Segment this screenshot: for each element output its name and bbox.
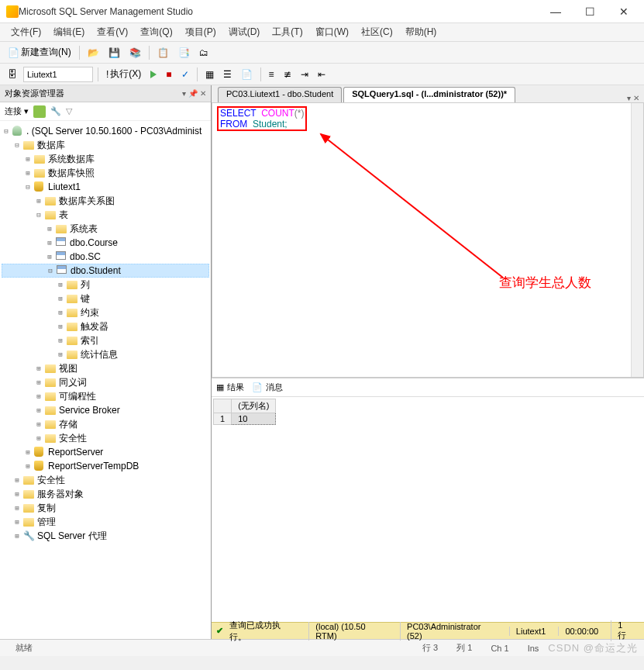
exec-success-text: 查询已成功执行。	[229, 620, 296, 643]
tree-triggers[interactable]: ⊞触发器	[2, 319, 209, 333]
menu-community[interactable]: 社区(C)	[356, 24, 398, 40]
results-file-icon[interactable]: 📄	[238, 67, 256, 81]
minimize-button[interactable]: —	[542, 5, 570, 18]
tree-tables[interactable]: ⊟表	[2, 208, 209, 222]
main-toolbar: 📄 新建查询(N) 📂 💾 📚 📋 📑 🗂	[0, 42, 644, 64]
object-tree[interactable]: ⊟. (SQL Server 10.50.1600 - PC03\Adminis…	[0, 121, 211, 639]
refresh-icon[interactable]	[33, 105, 46, 118]
results-text-icon[interactable]: ☰	[220, 67, 235, 81]
document-tabs: PC03.Liutext1 - dbo.Student SQLQuery1.sq…	[212, 85, 644, 102]
comment-icon[interactable]: ≡	[266, 67, 277, 81]
tree-storage[interactable]: ⊞存储	[2, 417, 209, 431]
maximize-button[interactable]: ☐	[576, 5, 604, 18]
close-button[interactable]: ✕	[610, 5, 638, 18]
menu-file[interactable]: 文件(F)	[6, 24, 46, 40]
tool-icon-3[interactable]: 🗂	[196, 46, 212, 60]
tool-icon-2[interactable]: 📑	[175, 46, 193, 60]
tree-security[interactable]: ⊞安全性	[2, 473, 209, 487]
tree-server[interactable]: ⊟. (SQL Server 10.50.1600 - PC03\Adminis…	[2, 124, 209, 138]
tab-close-icon[interactable]: ▾ ✕	[627, 94, 639, 102]
tree-sc[interactable]: ⊞dbo.SC	[2, 250, 209, 264]
execute-button[interactable]: ! 执行(X)	[103, 66, 144, 82]
messages-tab[interactable]: 📄 消息	[252, 382, 283, 393]
tree-constraints[interactable]: ⊞约束	[2, 306, 209, 319]
svg-line-1	[321, 134, 503, 278]
new-query-button[interactable]: 📄 新建查询(N)	[5, 44, 74, 60]
watermark-text: CSDN @命运之光	[548, 641, 638, 655]
tree-liutext1[interactable]: ⊟Liutext1	[2, 180, 209, 194]
filter-icon[interactable]: 🔧	[50, 106, 61, 116]
bottom-status-bar: 就绪 行 3 列 1 Ch 1 Ins CSDN @命运之光	[0, 639, 644, 656]
tree-columns[interactable]: ⊞列	[2, 278, 209, 292]
tree-server-objects[interactable]: ⊞服务器对象	[2, 487, 209, 501]
outdent-icon[interactable]: ⇤	[315, 67, 329, 81]
window-title: Microsoft SQL Server Management Studio	[19, 6, 542, 17]
filter2-icon[interactable]: ▽	[66, 106, 72, 116]
menu-window[interactable]: 窗口(W)	[311, 24, 353, 40]
tree-keys[interactable]: ⊞键	[2, 292, 209, 306]
save-all-icon[interactable]: 📚	[126, 46, 144, 60]
tab-sqlquery1[interactable]: SQLQuery1.sql - (l...dministrator (52))*	[343, 87, 515, 102]
tree-synonyms[interactable]: ⊞同义词	[2, 375, 209, 389]
menu-view[interactable]: 查看(V)	[92, 24, 133, 40]
tree-programmability[interactable]: ⊞可编程性	[2, 389, 209, 403]
results-tab[interactable]: ▦ 结果	[216, 382, 244, 393]
tool-icon-1[interactable]: 📋	[154, 46, 172, 60]
connect-bar: 连接 ▾ 🔧 ▽	[0, 102, 211, 121]
tree-views[interactable]: ⊞视图	[2, 361, 209, 375]
menu-debug[interactable]: 调试(D)	[224, 24, 265, 40]
tree-db-diagram[interactable]: ⊞数据库关系图	[2, 194, 209, 208]
result-row-num[interactable]: 1	[214, 413, 232, 425]
connect-dropdown[interactable]: 连接 ▾	[5, 105, 29, 117]
query-status-bar: ✔ 查询已成功执行。 (local) (10.50 RTM) PC03\Admi…	[212, 622, 644, 639]
annotation-text: 查询学生总人数	[499, 274, 591, 292]
status-db: Liutext1	[509, 627, 553, 636]
status-ch: Ch 1	[481, 644, 518, 653]
tree-stats[interactable]: ⊞统计信息	[2, 347, 209, 361]
tree-student[interactable]: ⊟dbo.Student	[2, 264, 209, 278]
status-server: (local) (10.50 RTM)	[308, 622, 394, 641]
database-combo[interactable]	[23, 67, 93, 82]
tab-student-table[interactable]: PC03.Liutext1 - dbo.Student	[218, 87, 342, 102]
query-toolbar: 🗄 ! 执行(X) ■ ✓ ▦ ☰ 📄 ≡ ≢ ⇥ ⇤	[0, 64, 644, 85]
status-ready: 就绪	[6, 642, 42, 654]
result-col-header[interactable]: (无列名)	[232, 399, 276, 413]
tree-sys-db[interactable]: ⊞系统数据库	[2, 152, 209, 166]
tree-service-broker[interactable]: ⊞Service Broker	[2, 403, 209, 417]
debug-play-icon[interactable]	[147, 69, 160, 80]
status-time: 00:00:00	[558, 627, 604, 636]
menu-help[interactable]: 帮助(H)	[401, 24, 442, 40]
menu-tools[interactable]: 工具(T)	[267, 24, 307, 40]
indent-icon[interactable]: ⇥	[298, 67, 312, 81]
menu-edit[interactable]: 编辑(E)	[49, 24, 89, 40]
results-grid-icon[interactable]: ▦	[202, 67, 217, 81]
result-grid[interactable]: (无列名) 1 10	[212, 397, 644, 427]
open-file-icon[interactable]: 📂	[84, 46, 102, 60]
tree-db-snap[interactable]: ⊞数据库快照	[2, 166, 209, 180]
sql-code-highlight: SELECT COUNT(*) FROM Student;	[217, 106, 307, 131]
editor-scrollbar[interactable]	[631, 103, 643, 377]
tree-security-db[interactable]: ⊞安全性	[2, 431, 209, 445]
sql-editor[interactable]: SELECT COUNT(*) FROM Student; 查询学生总人数	[212, 102, 644, 378]
db-icon-tb[interactable]: 🗄	[5, 67, 20, 81]
tree-replication[interactable]: ⊞复制	[2, 501, 209, 515]
result-cell-value[interactable]: 10	[232, 413, 276, 425]
tree-sys-tables[interactable]: ⊞系统表	[2, 222, 209, 236]
tree-reportservertemp[interactable]: ⊞ReportServerTempDB	[2, 459, 209, 473]
tree-databases[interactable]: ⊟数据库	[2, 138, 209, 152]
tree-indexes[interactable]: ⊞索引	[2, 333, 209, 347]
tree-management[interactable]: ⊞管理	[2, 515, 209, 529]
menu-project[interactable]: 项目(P)	[181, 24, 221, 40]
stop-icon[interactable]: ■	[163, 67, 174, 81]
main-area: 对象资源管理器 ▾ 📌 ✕ 连接 ▾ 🔧 ▽ ⊟. (SQL Server 10…	[0, 85, 644, 639]
editor-area: PC03.Liutext1 - dbo.Student SQLQuery1.sq…	[212, 85, 644, 639]
parse-icon[interactable]: ✓	[178, 67, 192, 81]
tree-sql-agent[interactable]: ⊞🔧SQL Server 代理	[2, 529, 209, 543]
pin-icon[interactable]: ▾ 📌 ✕	[182, 89, 206, 98]
tree-reportserver[interactable]: ⊞ReportServer	[2, 445, 209, 459]
menu-query[interactable]: 查询(Q)	[136, 24, 177, 40]
tree-course[interactable]: ⊞dbo.Course	[2, 236, 209, 250]
uncomment-icon[interactable]: ≢	[281, 67, 294, 81]
save-icon[interactable]: 💾	[105, 46, 123, 60]
annotation-arrow	[313, 130, 507, 285]
